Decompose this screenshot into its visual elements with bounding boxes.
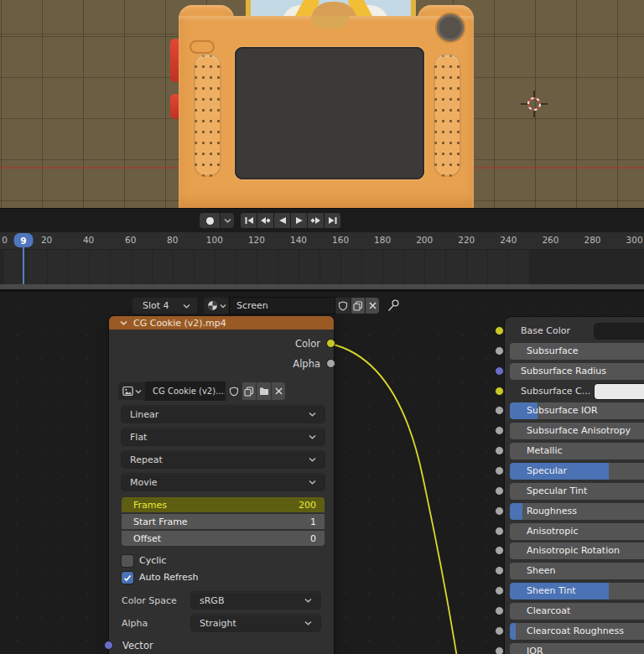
cyclic-checkbox[interactable] (122, 555, 133, 567)
anisotropic-socket[interactable] (495, 527, 504, 536)
output-color-label: Color (252, 338, 320, 350)
ruler-frame-label: 280 (584, 235, 600, 245)
image-datablock-name[interactable]: CG Cookie (v2).... (146, 382, 225, 400)
playhead-line[interactable] (23, 247, 24, 289)
previous-keyframe-icon (260, 216, 271, 225)
image-icon (122, 386, 133, 397)
collapse-chevron-icon[interactable] (120, 320, 127, 325)
subsurface-anisotropy-slider[interactable]: Subsurface Anisotropy (510, 423, 644, 439)
offset-slider[interactable]: Offset 0 (122, 531, 325, 546)
clearcoat-slider[interactable]: Clearcoat (510, 603, 644, 620)
pin-icon[interactable] (387, 298, 401, 313)
play-reverse-button[interactable] (274, 213, 290, 228)
track-tick-line (319, 250, 320, 285)
output-color-socket[interactable] (326, 339, 335, 348)
color-space-value: sRGB (200, 595, 224, 606)
track-tick-line (592, 250, 593, 285)
roughness-socket[interactable] (495, 506, 504, 516)
base-color-socket[interactable] (495, 326, 504, 335)
timeline-track[interactable] (0, 249, 644, 284)
ruler-frame-label: 300 (626, 235, 643, 245)
metallic-slider[interactable]: Metallic (510, 443, 644, 459)
clearcoat-roughness-slider[interactable]: Clearcoat Roughness (510, 623, 644, 640)
specular-tint-slider[interactable]: Specular Tint (510, 483, 644, 500)
specular-tint-socket[interactable] (495, 486, 504, 496)
next-keyframe-button[interactable] (308, 213, 324, 228)
interpolation-dropdown[interactable]: Linear (122, 406, 325, 423)
subsurface-radius-socket[interactable] (495, 366, 504, 376)
subsurface-ior-slider[interactable]: Subsurface IOR (510, 402, 644, 419)
alpha-mode-dropdown[interactable]: Straight (191, 615, 320, 631)
slot-dropdown[interactable]: Slot 4 (132, 298, 197, 314)
extension-dropdown[interactable]: Repeat (122, 451, 325, 468)
offset-label: Offset (133, 533, 161, 544)
clearcoat-roughness-socket[interactable] (495, 626, 504, 636)
bsdf-input-label: IOR (527, 646, 543, 654)
anisotropic-slider[interactable]: Anisotropic (510, 523, 644, 540)
clearcoat-socket[interactable] (495, 606, 504, 615)
metallic-socket[interactable] (495, 446, 504, 455)
image-unlink-button[interactable] (272, 382, 285, 400)
vector-input-socket[interactable] (104, 641, 113, 650)
ruler-frame-label: 200 (416, 235, 433, 245)
color-space-dropdown[interactable]: sRGB (191, 592, 320, 609)
image-fake-user-button[interactable] (226, 382, 242, 400)
track-tick-line (89, 250, 90, 285)
timeline-ruler[interactable]: 0204060801001201401601802002202402602803… (0, 232, 644, 249)
source-dropdown[interactable]: Movie (122, 474, 325, 490)
slot-label: Slot 4 (143, 300, 169, 311)
sheen-socket[interactable] (495, 566, 504, 575)
subsurface-radius-slider[interactable]: Subsurface Radius (510, 363, 644, 380)
frames-slider[interactable]: Frames 200 (122, 497, 325, 512)
ruler-frame-label: 40 (83, 235, 94, 245)
previous-keyframe-button[interactable] (257, 213, 273, 228)
chevron-down-icon (183, 304, 190, 309)
speaker-grille-right (434, 54, 461, 177)
jump-to-start-button[interactable] (241, 213, 257, 228)
unlink-button[interactable] (366, 298, 379, 314)
record-button[interactable] (200, 213, 220, 228)
track-tick-line (466, 250, 467, 285)
sheen-slider[interactable]: Sheen (510, 563, 644, 579)
image-node-header[interactable]: CG Cookie (v2).mp4 (109, 316, 334, 330)
anisotropic-rotation-slider[interactable]: Anisotropic Rotation (510, 542, 644, 559)
browse-image-button[interactable] (204, 298, 229, 314)
sheen-tint-slider[interactable]: Sheen Tint (510, 583, 644, 600)
subsurface-socket[interactable] (495, 346, 504, 356)
ruler-frame-label: 220 (458, 235, 475, 245)
specular-socket[interactable] (495, 466, 504, 475)
ior-slider[interactable]: IOR (510, 643, 644, 654)
ior-socket[interactable] (495, 646, 504, 654)
auto-refresh-checkbox[interactable] (122, 572, 133, 584)
roughness-slider[interactable]: Roughness (510, 503, 644, 520)
image-name-field[interactable]: Screen (230, 298, 335, 314)
image-datablock-browse[interactable] (118, 382, 145, 400)
projection-dropdown[interactable]: Flat (122, 428, 325, 445)
jump-to-end-button[interactable] (325, 213, 340, 228)
bsdf-input-label: Clearcoat (527, 605, 570, 616)
image-open-button[interactable] (257, 382, 271, 400)
viewport-3d[interactable] (0, 0, 644, 208)
chevron-down-icon (220, 304, 226, 309)
sheen-tint-socket[interactable] (495, 586, 504, 595)
play-button[interactable] (291, 213, 307, 228)
start-frame-slider[interactable]: Start Frame 1 (122, 514, 325, 529)
record-options-button[interactable] (221, 213, 234, 228)
subsurface-c--socket[interactable] (495, 387, 504, 396)
fake-user-button[interactable] (335, 298, 351, 314)
image-duplicate-button[interactable] (242, 382, 256, 400)
subsurface-slider[interactable]: Subsurface (510, 343, 644, 360)
track-tick-line (508, 250, 509, 285)
interpolation-value: Linear (130, 409, 158, 420)
anisotropic-rotation-socket[interactable] (495, 546, 504, 555)
specular-slider[interactable]: Specular (510, 463, 644, 480)
color-swatch[interactable] (595, 384, 644, 399)
ruler-frame-label: 240 (500, 235, 517, 245)
duplicate-button[interactable] (351, 298, 365, 314)
subsurface-ior-socket[interactable] (495, 406, 504, 415)
current-frame-badge[interactable]: 9 (14, 233, 34, 247)
subsurface-anisotropy-socket[interactable] (495, 426, 504, 435)
color-swatch[interactable] (595, 324, 644, 339)
output-alpha-socket[interactable] (326, 359, 335, 368)
bsdf-input-label: Subsurface IOR (527, 405, 598, 416)
